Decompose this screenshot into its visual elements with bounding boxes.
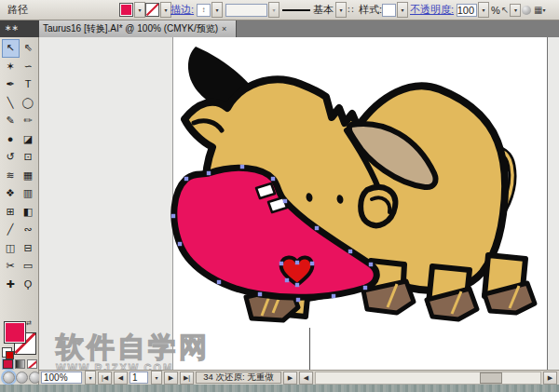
opacity-input[interactable]: 100 [457,4,477,17]
scale-tool[interactable]: ⊡ [20,148,37,167]
opacity-label[interactable]: 不透明度: [410,0,454,20]
document-title: Taurus16 [转换].AI* @ 100% (CMYK/预览) [43,22,218,35]
stroke-weight-spinner[interactable]: ↕ [197,4,211,17]
swap-fill-stroke-icon[interactable]: ⇄ [26,319,32,327]
style-select[interactable] [382,4,396,17]
default-fill-stroke-icon[interactable] [2,347,12,358]
stroke-color-swatch[interactable] [145,3,159,17]
gradient-mode-button[interactable] [15,359,25,369]
zoom-level-select[interactable]: 100% [41,372,82,384]
live-paint-selection-tool[interactable]: ⊟ [20,239,37,258]
opacity-dropdown-icon[interactable]: ▾ [478,2,489,18]
hand-tool[interactable]: ✚ [2,276,20,294]
anchor-point[interactable] [178,242,182,246]
lasso-tool[interactable]: ∽ [20,58,37,76]
ellipse-tool[interactable]: ◯ [20,94,37,113]
paintbrush-tool[interactable]: ✎ [2,112,20,130]
align-icon[interactable]: ▦ [534,4,542,17]
mesh-tool[interactable]: ⊞ [2,203,20,222]
symbol-sprayer-tool[interactable]: ❖ [2,184,20,203]
width-profile-dropdown-icon[interactable]: ▾ [268,2,280,18]
anchor-point[interactable] [332,294,335,298]
gradient-tool[interactable]: ◧ [20,203,37,222]
warp-tool[interactable]: ≋ [2,167,20,185]
stroke-weight-label[interactable]: 描边: [170,0,194,20]
recolor-artwork-icon[interactable] [522,6,531,15]
type-tool[interactable]: T [20,75,37,94]
last-artboard-button[interactable]: ▶| [180,372,194,385]
eraser-tool[interactable]: ◪ [20,130,37,149]
brush-options-icon[interactable]: ∷ [348,0,353,20]
document-tab[interactable]: Taurus16 [转换].AI* @ 100% (CMYK/预览) × [39,20,237,37]
status-menu-icon[interactable]: ▶ [283,372,297,385]
artboard-dropdown-icon[interactable]: ▾ [151,371,162,385]
scrollbar-thumb[interactable] [480,372,502,384]
anchor-point[interactable] [315,226,319,230]
artboard-number-select[interactable]: 1 [130,372,148,384]
free-transform-tool[interactable]: ▦ [20,167,37,185]
brush-dropdown-icon[interactable]: ▾ [335,2,347,18]
slice-tool[interactable]: ✂ [2,257,20,276]
live-paint-bucket-tool[interactable]: ◫ [2,239,20,258]
width-profile-select[interactable] [225,4,267,17]
brush-definition-value[interactable]: 基本 [313,0,334,20]
anchor-point[interactable] [240,165,244,169]
anchor-point[interactable] [295,283,299,287]
direct-selection-tool[interactable]: ⇖ [20,39,37,58]
pencil-tool[interactable]: ✏ [20,112,37,130]
blob-brush-tool[interactable]: ● [2,130,20,149]
tools-grid: ↖⇖✶∽✒T╲◯✎✏●◪↺⊡≋▦❖▥⊞◧╱∾◫⊟✂▭✚Ϙ [0,37,38,293]
pen-tool[interactable]: ✒ [2,75,20,94]
color-mode-button[interactable] [3,359,13,369]
eyedropper-tool[interactable]: ╱ [2,221,20,239]
rotate-tool[interactable]: ↺ [2,148,20,167]
close-icon[interactable]: × [222,24,226,34]
anchor-point[interactable] [310,262,314,265]
select-similar-icon[interactable]: ↖ [501,4,509,17]
zoom-tool[interactable]: Ϙ [20,276,37,294]
artboard-tool[interactable]: ▭ [20,257,37,276]
fill-swatch[interactable] [4,321,26,344]
anchor-point[interactable] [217,280,221,284]
paint-mode-buttons [3,359,37,369]
stroke-weight-dropdown-icon[interactable]: ▾ [211,2,223,18]
selection-tool[interactable]: ↖ [2,39,20,58]
collapse-panel-icon[interactable]: ∗∗ [0,20,39,37]
anchor-point[interactable] [271,177,275,181]
zoom-level-value: 100% [44,372,68,383]
anchor-point[interactable] [348,250,352,253]
anchor-point[interactable] [184,177,188,181]
anchor-point[interactable] [207,171,211,175]
style-dropdown-icon[interactable]: ▾ [397,2,408,18]
align-dropdown-icon[interactable]: ▾ [542,7,545,13]
zoom-dropdown-icon[interactable]: ▾ [85,371,96,385]
normal-screen-mode-button[interactable] [3,372,15,384]
fill-dropdown-icon[interactable]: ▾ [134,2,145,18]
document-canvas[interactable]: 软件自学网 WWW.RJZXW.COM [39,37,559,370]
anchor-point[interactable] [369,263,373,266]
magic-wand-tool[interactable]: ✶ [2,58,20,76]
line-segment-tool[interactable]: ╲ [2,94,20,113]
anchor-point[interactable] [285,278,289,282]
none-mode-button[interactable] [27,359,37,369]
anchor-point[interactable] [296,298,300,302]
opacity-unit: % [491,0,500,20]
blend-tool[interactable]: ∾ [20,221,37,239]
anchor-point[interactable] [295,261,299,264]
anchor-point[interactable] [280,262,283,265]
tab-strip: ∗∗ Taurus16 [转换].AI* @ 100% (CMYK/预览) × [0,20,559,37]
scroll-left-button[interactable]: ◀ [299,372,313,385]
anchor-point[interactable] [363,286,367,290]
fill-color-swatch[interactable] [119,3,133,17]
prev-artboard-button[interactable]: ◀ [114,372,128,385]
graph-tool[interactable]: ▥ [20,184,37,203]
anchor-point[interactable] [283,199,287,203]
full-screen-menu-mode-button[interactable] [16,372,28,384]
horizontal-scrollbar[interactable] [315,372,541,385]
next-artboard-button[interactable]: ▶ [164,372,178,385]
anchor-point[interactable] [171,214,175,218]
anchor-point[interactable] [258,292,262,296]
first-artboard-button[interactable]: |◀ [98,372,112,385]
select-similar-dropdown-icon[interactable]: ▾ [510,4,521,17]
scroll-right-button[interactable]: ▶ [543,372,557,385]
